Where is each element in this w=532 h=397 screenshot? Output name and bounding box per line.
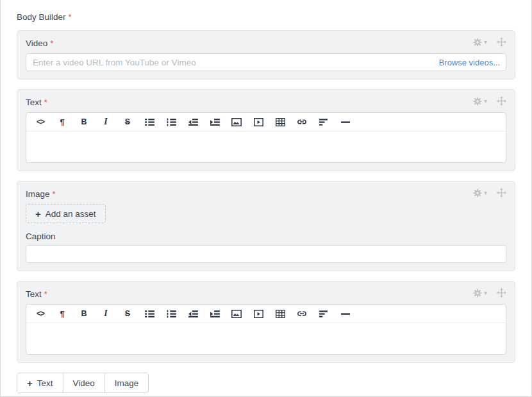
widget-label: Text: [26, 97, 42, 107]
video-url-row: Browse videos...: [26, 53, 506, 71]
move-icon[interactable]: [497, 288, 506, 298]
add-image-label: Image: [115, 378, 139, 388]
horizontal-rule-icon[interactable]: [335, 305, 356, 323]
move-icon[interactable]: [497, 37, 506, 47]
plus-icon: [27, 378, 33, 389]
add-video-label: Video: [73, 378, 95, 388]
widget-controls: ▾: [473, 96, 506, 106]
indent-icon[interactable]: [204, 305, 226, 323]
rte-editor-area[interactable]: [26, 131, 506, 162]
outdent-icon[interactable]: [182, 305, 204, 323]
add-text-label: Text: [37, 378, 53, 388]
add-asset-label: Add an asset: [46, 209, 96, 219]
unordered-list-icon[interactable]: [138, 305, 160, 323]
widget-label-row: Video*: [26, 38, 506, 48]
gear-icon[interactable]: [473, 289, 482, 298]
table-icon[interactable]: [269, 305, 291, 323]
code-view-icon[interactable]: <>: [29, 305, 51, 323]
rte-toolbar: <>¶BIS: [26, 305, 506, 323]
field-label-row: Body Builder*: [17, 12, 515, 22]
link-icon[interactable]: [291, 113, 313, 131]
video-icon[interactable]: [247, 305, 269, 323]
gear-icon[interactable]: [473, 38, 482, 47]
widget-label: Text: [26, 289, 42, 299]
bold-icon[interactable]: B: [73, 305, 95, 323]
body-builder-panel: Body Builder* ▾ Video* Browse videos... …: [0, 0, 532, 397]
required-asterisk: *: [53, 189, 56, 199]
widget-label-row: Text*: [26, 289, 506, 299]
rte-editor-area[interactable]: [26, 323, 506, 354]
caret-down-icon[interactable]: ▾: [484, 190, 487, 196]
code-view-icon[interactable]: <>: [29, 113, 51, 131]
caret-down-icon[interactable]: ▾: [484, 39, 487, 46]
gear-icon[interactable]: [473, 189, 482, 198]
image-icon[interactable]: [226, 113, 247, 131]
move-icon[interactable]: [497, 96, 506, 106]
image-icon[interactable]: [226, 305, 247, 323]
caret-down-icon[interactable]: ▾: [484, 290, 487, 296]
move-icon[interactable]: [497, 188, 506, 198]
add-widget-bar: Text Video Image: [17, 373, 149, 393]
ordered-list-icon[interactable]: [160, 113, 182, 131]
add-image-button[interactable]: Image: [105, 373, 149, 393]
add-video-button[interactable]: Video: [63, 373, 105, 393]
caret-down-icon[interactable]: ▾: [484, 98, 487, 105]
paragraph-icon[interactable]: ¶: [51, 305, 73, 323]
video-url-input[interactable]: [26, 53, 506, 71]
required-asterisk: *: [44, 289, 47, 299]
widget-label-row: Text*: [26, 97, 506, 107]
widget-controls: ▾: [473, 37, 506, 47]
strikethrough-icon[interactable]: S: [117, 113, 138, 131]
add-asset-button[interactable]: Add an asset: [26, 204, 106, 223]
ordered-list-icon[interactable]: [160, 305, 182, 323]
widget-label-row: Image*: [26, 189, 506, 199]
paragraph-icon[interactable]: ¶: [51, 113, 73, 131]
widget-video: ▾ Video* Browse videos...: [17, 30, 515, 80]
widget-controls: ▾: [473, 188, 506, 198]
caption-input[interactable]: [26, 245, 506, 263]
widget-image: ▾ Image* Add an asset Caption: [17, 181, 515, 271]
align-left-icon[interactable]: [313, 113, 335, 131]
indent-icon[interactable]: [204, 113, 226, 131]
add-text-button[interactable]: Text: [17, 373, 63, 393]
rich-text-editor: <>¶BIS: [26, 112, 506, 163]
plus-icon: [35, 208, 41, 219]
table-icon[interactable]: [269, 113, 291, 131]
widget-label: Video: [26, 38, 47, 48]
gear-icon[interactable]: [473, 97, 482, 106]
link-icon[interactable]: [291, 305, 313, 323]
outdent-icon[interactable]: [182, 113, 204, 131]
required-asterisk: *: [44, 97, 47, 107]
field-label: Body Builder: [17, 12, 66, 22]
caption-label: Caption: [26, 232, 506, 241]
unordered-list-icon[interactable]: [138, 113, 160, 131]
horizontal-rule-icon[interactable]: [335, 113, 356, 131]
italic-icon[interactable]: I: [95, 305, 117, 323]
widget-text-1: ▾ Text* <>¶BIS: [17, 89, 515, 171]
widget-controls: ▾: [473, 288, 506, 298]
required-asterisk: *: [69, 12, 72, 22]
italic-icon[interactable]: I: [95, 113, 117, 131]
strikethrough-icon[interactable]: S: [117, 305, 138, 323]
browse-videos-link[interactable]: Browse videos...: [435, 58, 500, 67]
widget-label: Image: [26, 189, 50, 199]
bold-icon[interactable]: B: [73, 113, 95, 131]
video-icon[interactable]: [247, 113, 269, 131]
widget-text-2: ▾ Text* <>¶BIS: [17, 281, 515, 363]
rte-toolbar: <>¶BIS: [26, 113, 506, 131]
rich-text-editor: <>¶BIS: [26, 304, 506, 355]
required-asterisk: *: [50, 38, 53, 48]
align-left-icon[interactable]: [313, 305, 335, 323]
